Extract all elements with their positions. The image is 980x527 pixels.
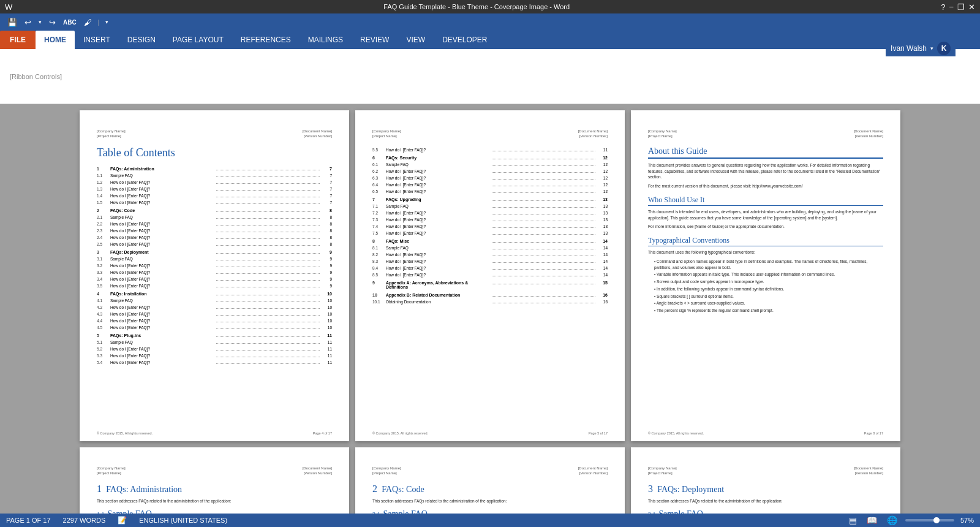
who-body: This document is intended for end users,… — [648, 209, 883, 221]
toc-entry: 2.3How do I [Enter FAQ]?8 — [97, 227, 332, 233]
page-1: [Company Name] [Project Name] [Document … — [80, 110, 349, 441]
document-name-3: [Document Name] — [854, 129, 883, 134]
toc-entry: 2.4How do I [Enter FAQ]?8 — [97, 234, 332, 240]
toc-entry: 3.5How do I [Enter FAQ]?9 — [97, 282, 332, 288]
toc-entry: 3.4How do I [Enter FAQ]?9 — [97, 276, 332, 281]
toc-entry: 1.2How do I [Enter FAQ]?7 — [97, 179, 332, 184]
tab-insert[interactable]: INSERT — [75, 31, 119, 49]
chapter2-heading: 2 FAQs: Code — [372, 483, 608, 495]
web-layout-btn[interactable]: 🌐 — [885, 515, 899, 523]
document-area[interactable]: [Company Name] [Project Name] [Document … — [0, 104, 980, 523]
redo-btn[interactable]: ↪ — [47, 17, 58, 28]
tab-view[interactable]: VIEW — [398, 31, 434, 49]
tab-review[interactable]: REVIEW — [352, 31, 398, 49]
toc-entry: 3.1Sample FAQ9 — [97, 256, 332, 261]
close-button[interactable]: ✕ — [968, 2, 975, 12]
footer-right-3: Page 8 of 17 — [864, 431, 883, 435]
undo-btn[interactable]: ↩ — [22, 17, 34, 28]
version-number-3: [Version Number] — [854, 134, 883, 138]
toc-entry: 10Appendix B: Related Documentation16 — [372, 292, 608, 297]
page-6: [Company Name] [Project Name] [Document … — [631, 447, 900, 523]
toc-entry: 5.2How do I [Enter FAQ]?11 — [97, 346, 332, 351]
version-number-2: [Version Number] — [578, 134, 608, 138]
project-name-4: [Project Name] — [97, 471, 126, 476]
tab-developer[interactable]: DEVELOPER — [434, 31, 496, 49]
chapter1-num: 1 — [97, 483, 102, 494]
toc-entry: 6.2How do I [Enter FAQ]?12 — [372, 168, 608, 173]
tab-file[interactable]: FILE — [0, 31, 36, 49]
chapter1-body: This section addresses FAQs related to t… — [97, 498, 332, 504]
track-changes-icon[interactable]: 📝 — [118, 516, 127, 523]
toc-entry: 7.5How do I [Enter FAQ]?13 — [372, 230, 608, 235]
typo-title: Typographical Conventions — [648, 236, 883, 246]
minimize-button[interactable]: − — [949, 2, 954, 12]
page-info: PAGE 1 OF 17 — [6, 517, 51, 523]
zoom-level: 57% — [960, 517, 974, 523]
about-body: This document provides answers to genera… — [648, 162, 883, 180]
toc-entry: 8.5How do I [Enter FAQ]?14 — [372, 271, 608, 277]
ribbon-bar: [Ribbon Controls] — [0, 49, 980, 104]
tab-page-layout[interactable]: PAGE LAYOUT — [164, 31, 232, 49]
bullet-item: • Variable information appears in italic… — [654, 271, 883, 278]
tab-home[interactable]: HOME — [36, 31, 75, 49]
chapter1-title: FAQs: Administration — [106, 485, 182, 494]
page1-header: [Company Name] [Project Name] [Document … — [97, 129, 332, 139]
toc-entry: 4.2How do I [Enter FAQ]?10 — [97, 304, 332, 309]
tab-references[interactable]: REFERENCES — [232, 31, 300, 49]
language[interactable]: ENGLISH (UNITED STATES) — [139, 517, 227, 523]
toc-entry: 5.1Sample FAQ11 — [97, 339, 332, 344]
toc-entry: 6.5How do I [Enter FAQ]?12 — [372, 188, 608, 194]
document-name: [Document Name] — [303, 129, 332, 134]
avatar: K — [937, 42, 951, 55]
toc-entries: 1FAQs: Administration71.1Sample FAQ71.2H… — [97, 165, 332, 365]
who-title: Who Should Use It — [648, 195, 883, 206]
zoom-slider[interactable] — [905, 519, 954, 521]
typo-bullets: • Command and option names appear in bol… — [648, 259, 883, 314]
format-painter-btn[interactable]: 🖌 — [81, 17, 94, 28]
toc-entry: 7.3How do I [Enter FAQ]?13 — [372, 216, 608, 222]
customize-qa-btn[interactable]: ▾ — [103, 18, 111, 26]
user-name: Ivan Walsh — [891, 44, 927, 53]
toc-entry: 1.4How do I [Enter FAQ]?7 — [97, 192, 332, 198]
about-body2: For the most current version of this doc… — [648, 183, 883, 189]
version-number: [Version Number] — [303, 134, 332, 138]
page1-footer: © Company 2015, All rights reserved. Pag… — [97, 431, 332, 435]
toc-entry: 8.1Sample FAQ14 — [372, 245, 608, 250]
undo-dropdown-btn[interactable]: ▾ — [36, 18, 44, 26]
project-name: [Project Name] — [97, 134, 126, 138]
company-name-6: [Company Name] — [648, 466, 677, 471]
toc-entry: 1FAQs: Administration7 — [97, 165, 332, 171]
toc-entry: 7.4How do I [Enter FAQ]?13 — [372, 223, 608, 229]
chapter1-heading: 1 FAQs: Administration — [97, 483, 332, 495]
chapter3-body: This section addresses FAQs related to t… — [648, 498, 883, 504]
chapter2-num: 2 — [372, 483, 377, 494]
company-name-3: [Company Name] — [648, 129, 677, 134]
page-3: [Company Name] [Project Name] [Document … — [631, 110, 900, 441]
print-layout-btn[interactable]: ▤ — [847, 515, 859, 523]
toc-entry: 3.2How do I [Enter FAQ]?9 — [97, 262, 332, 268]
project-name-2: [Project Name] — [372, 134, 401, 138]
document-name-5: [Document Name] — [578, 466, 608, 471]
word-icon: W — [5, 2, 12, 12]
who-body2: For more information, see [Name of Guide… — [648, 224, 883, 230]
toc-entry: 6.3How do I [Enter FAQ]?12 — [372, 175, 608, 180]
document-name-2: [Document Name] — [578, 129, 608, 134]
user-area[interactable]: Ivan Walsh ▾ K — [886, 40, 956, 56]
bullet-item: • Angle brackets < > surround user-suppl… — [654, 300, 883, 306]
toc-title: Table of Contents — [97, 146, 332, 159]
page5-header: [Company Name] [Project Name] [Document … — [372, 466, 608, 476]
page3-footer: © Company 2015, All rights reserved. Pag… — [648, 431, 883, 435]
toc-entry: 6FAQs: Security12 — [372, 154, 608, 160]
tab-design[interactable]: DESIGN — [119, 31, 164, 49]
toc-entry: 1.3How do I [Enter FAQ]?7 — [97, 186, 332, 191]
toc-entry: 4.1Sample FAQ10 — [97, 297, 332, 303]
toc-entry: 7.1Sample FAQ13 — [372, 203, 608, 208]
full-reading-btn[interactable]: 📖 — [865, 515, 879, 523]
page-4: [Company Name] [Project Name] [Document … — [80, 447, 349, 523]
word-count[interactable]: 2297 WORDS — [63, 517, 106, 523]
tab-mailings[interactable]: MAILINGS — [300, 31, 352, 49]
spellcheck-btn[interactable]: ABC — [61, 18, 79, 27]
save-quick-btn[interactable]: 💾 — [5, 17, 20, 28]
help-button[interactable]: ? — [941, 2, 945, 12]
restore-button[interactable]: ❐ — [957, 2, 965, 12]
